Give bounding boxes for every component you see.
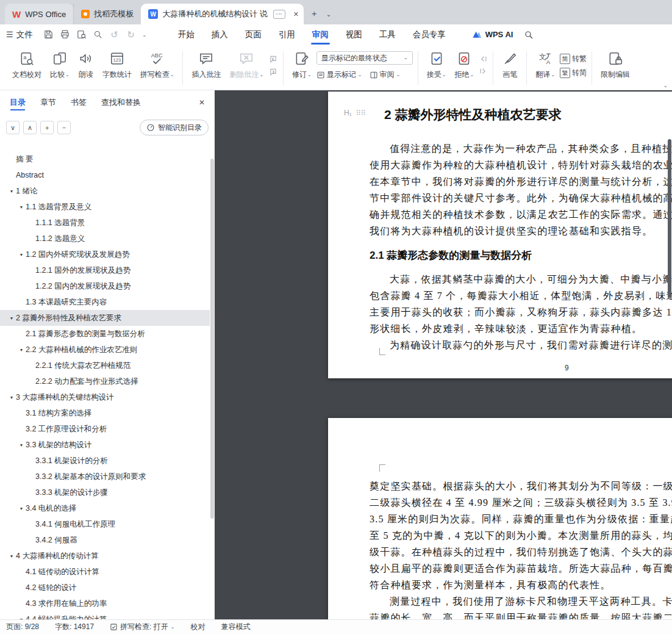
toc-item[interactable]: 1.1.2 选题意义 <box>0 231 210 247</box>
toc-item[interactable]: ▼1.2 国内外研究现状及发展趋势 <box>0 247 210 262</box>
expand-triangle-icon[interactable]: ▼ <box>7 395 16 400</box>
new-tab-button[interactable]: ＋ <box>306 6 322 22</box>
print-button[interactable] <box>58 27 73 42</box>
toc-item[interactable]: Abstract <box>0 167 210 183</box>
redo-button[interactable]: ↻ <box>124 27 138 42</box>
toc-item[interactable]: ▼3.4 电机的选择 <box>0 500 210 516</box>
markup-state-select[interactable]: 显示标记的最终状态⌄ <box>316 51 413 65</box>
menu-视图[interactable]: 视图 <box>337 24 371 45</box>
toc-item[interactable]: 2.1 蒜瓣形态参数的测量与数据分析 <box>0 326 210 342</box>
expand-triangle-icon[interactable]: ▼ <box>17 253 26 257</box>
next-change-icon[interactable] <box>479 67 488 75</box>
menu-工具[interactable]: 工具 <box>371 24 404 45</box>
doc-proofread-button[interactable]: a 文档校对 <box>9 48 45 81</box>
translate-button[interactable]: 文A 翻译⌄ <box>532 48 559 81</box>
toc-item[interactable]: 3.3.2 机架基本的设计原则和要求 <box>0 469 210 485</box>
toc-item[interactable]: 1.2.1 国外的发展现状及趋势 <box>0 262 210 278</box>
sidebar-scrollbar-thumb[interactable] <box>210 159 214 519</box>
expand-triangle-icon[interactable]: ▼ <box>7 316 16 320</box>
status-compat-mode[interactable]: 兼容模式 <box>221 622 250 632</box>
toc-item[interactable]: 3.4.2 伺服器 <box>0 532 210 548</box>
toc-item[interactable]: 1.2.2 国内的发展现状及趋势 <box>0 278 210 294</box>
qat-more-icon[interactable]: ⌄ <box>140 32 149 38</box>
zoom-out-button[interactable]: － <box>57 121 71 134</box>
toc-item[interactable]: ▼2.2 大蒜种植机械的作业农艺准则 <box>0 342 210 358</box>
tab-document[interactable]: W 大蒜播种机的机械结构设计 说 ✕ <box>141 4 304 24</box>
heading-outline-handle[interactable]: H₁ ⠿⠿ <box>344 109 366 117</box>
track-changes-button[interactable]: 修订⌄ <box>288 48 315 81</box>
word-count-button[interactable]: 123 字数统计 <box>99 48 135 81</box>
expand-triangle-icon[interactable]: ▼ <box>7 554 16 558</box>
toc-item[interactable]: 2.2.2 动力配套与作业形式选择 <box>0 373 210 389</box>
undo-button[interactable]: ↺ <box>107 27 122 42</box>
reject-change-button[interactable]: 拒绝⌄ <box>451 48 478 81</box>
sidebar-scrollbar[interactable] <box>210 149 214 616</box>
compare-button[interactable]: 比较⌄ <box>46 48 73 81</box>
read-aloud-button[interactable]: 朗读 <box>74 48 98 81</box>
toc-item[interactable]: ▼4 大蒜播种机的传动计算 <box>0 548 210 564</box>
tab-list-button[interactable]: ⌄ <box>323 6 335 22</box>
toc-item[interactable]: 摘 要 <box>0 151 210 167</box>
menu-会员专享[interactable]: 会员专享 <box>404 24 454 45</box>
document-page[interactable]: 奠定坚实基础。根据蒜头的大小，我们将其划分为不同等级：一级蒜二级蒜头横径在 4 … <box>328 418 672 619</box>
toc-item[interactable]: ▼1 绪论 <box>0 183 210 199</box>
insert-comment-button[interactable]: 插入批注 <box>188 48 224 81</box>
drag-handle-icon[interactable]: ⠿⠿ <box>356 109 366 117</box>
document-page[interactable]: H₁ ⠿⠿ 2 蒜瓣外形特性及种植农艺要求 值得注意的是，大蒜作为一种农产品，其… <box>328 92 672 378</box>
toc-item[interactable]: 4.3 求作用在轴上的功率 <box>0 596 210 611</box>
expand-triangle-icon[interactable]: ▼ <box>17 506 26 511</box>
status-proofread[interactable]: 校对 <box>190 622 205 632</box>
menu-审阅[interactable]: 审阅 <box>304 24 337 45</box>
menu-插入[interactable]: 插入 <box>203 24 237 45</box>
collapse-all-button[interactable]: ∨ <box>6 121 20 134</box>
toc-item[interactable]: ▼1.1 选题背景及意义 <box>0 199 210 215</box>
toc-item[interactable]: ▼3 大蒜播种机的关键结构设计 <box>0 389 210 405</box>
toc-item[interactable]: ▼2 蒜瓣外形特性及种植农艺要求 <box>0 310 210 326</box>
wps-ai-button[interactable]: WPS AI <box>471 30 513 40</box>
menu-开始[interactable]: 开始 <box>170 24 203 45</box>
previous-change-icon[interactable] <box>479 55 488 63</box>
review-pane-button[interactable]: 审阅⌄ <box>370 70 401 80</box>
expand-triangle-icon[interactable]: ▼ <box>17 348 26 352</box>
tab-wps-home[interactable]: W WPS Office <box>5 4 73 24</box>
restrict-edit-button[interactable]: 限制编辑 <box>597 48 634 81</box>
expand-all-button[interactable]: ∧ <box>23 121 37 134</box>
sidebar-tab-查找和替换[interactable]: 查找和替换 <box>101 90 141 115</box>
sidebar-tab-书签[interactable]: 书签 <box>71 90 87 115</box>
status-spellcheck[interactable]: 拼写检查: 打开 ⌄ <box>110 622 174 632</box>
status-word-count[interactable]: 字数: 14917 <box>55 622 94 632</box>
close-tab-icon[interactable]: ✕ <box>293 10 299 18</box>
toc-item[interactable]: 2.2.1 传统大蒜农艺种植规范 <box>0 358 210 373</box>
accept-change-button[interactable]: 接受⌄ <box>423 48 450 81</box>
toc-item[interactable]: ▼3.3 机架的结构设计 <box>0 437 210 453</box>
delete-comment-button[interactable]: 删除批注⌄ <box>226 48 267 81</box>
search-icon[interactable] <box>524 30 534 40</box>
tab-template-store[interactable]: 找稻壳模板 <box>73 4 141 24</box>
to-traditional-button[interactable]: 简 转繁 <box>560 54 587 64</box>
expand-triangle-icon[interactable]: ▼ <box>17 443 26 447</box>
document-scrollbar-thumb[interactable] <box>668 139 671 298</box>
menu-引用[interactable]: 引用 <box>270 24 304 45</box>
toc-item[interactable]: 3.3.1 机架设计的分析 <box>0 453 210 469</box>
print-preview-button[interactable] <box>74 27 89 42</box>
to-simplified-button[interactable]: 繁 转简 <box>560 68 587 78</box>
close-panel-icon[interactable]: ✕ <box>199 90 205 115</box>
smart-toc-button[interactable]: 智能识别目录 <box>140 120 209 135</box>
toc-item[interactable]: 3.2 工作原理设计和分析 <box>0 421 210 437</box>
zoom-in-button[interactable]: ＋ <box>40 121 54 134</box>
ribbon-collapse-icon[interactable]: ⌄ <box>663 82 668 88</box>
toc-item[interactable]: 1.1.1 选题背景 <box>0 215 210 231</box>
sidebar-tab-章节[interactable]: 章节 <box>40 90 56 115</box>
toc-item[interactable]: 1.3 本课题研究主要内容 <box>0 294 210 310</box>
save-button[interactable] <box>41 27 56 42</box>
show-markup-button[interactable]: 显示标记⌄ <box>316 70 362 80</box>
toc-item[interactable]: 3.3.3 机架的设计步骤 <box>0 485 210 500</box>
toc-item[interactable]: 4.1 链传动的设计计算 <box>0 564 210 580</box>
toc-item[interactable]: 3.4.1 伺服电机工作原理 <box>0 516 210 532</box>
toc-item[interactable]: ▼4.4 蜗轮提升能力的计算 <box>0 611 210 619</box>
find-replace-button[interactable] <box>91 27 105 42</box>
status-page-indicator[interactable]: 页面: 9/28 <box>6 622 39 632</box>
spell-check-button[interactable]: ABC 拼写检查⌄ <box>137 48 178 81</box>
toc-item[interactable]: 4.2 链轮的设计 <box>0 580 210 596</box>
expand-triangle-icon[interactable]: ▼ <box>17 205 26 209</box>
